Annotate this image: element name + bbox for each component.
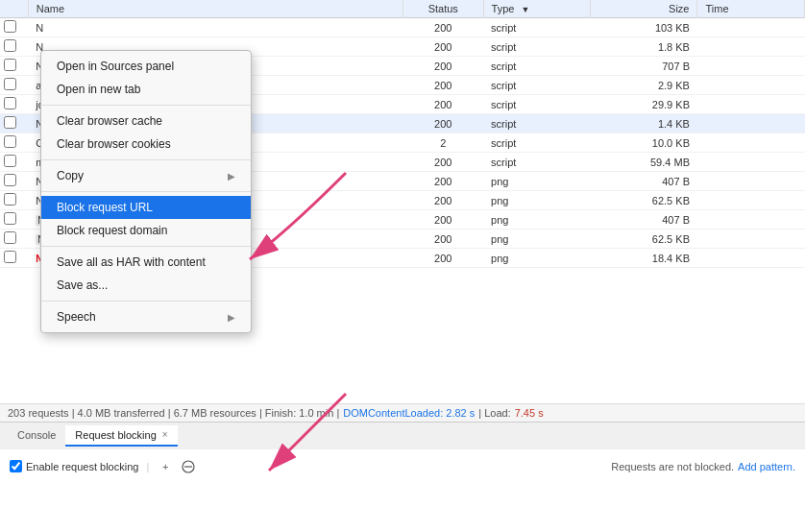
menu-item-label: Open in Sources panel xyxy=(57,60,174,73)
row-status: 200 xyxy=(402,191,483,210)
row-size: 62.5 KB xyxy=(591,230,697,249)
row-checkbox[interactable] xyxy=(4,59,16,71)
row-type: script xyxy=(483,18,590,37)
row-type: script xyxy=(483,76,590,95)
row-checkbox[interactable] xyxy=(4,97,16,109)
row-type: png xyxy=(483,249,590,268)
bottom-tabs: Console Request blocking × xyxy=(0,422,805,448)
row-status: 200 xyxy=(402,249,483,268)
enable-checkbox-input[interactable] xyxy=(10,460,22,472)
menu-item-label: Speech xyxy=(57,310,96,324)
row-time xyxy=(697,57,805,76)
row-size: 1.4 KB xyxy=(591,114,697,133)
table-row[interactable]: N200script103 KB xyxy=(0,18,805,37)
row-status: 200 xyxy=(402,210,483,230)
row-checkbox[interactable] xyxy=(4,251,16,263)
tab-request-blocking[interactable]: Request blocking × xyxy=(65,425,177,447)
row-name-text: N xyxy=(36,22,43,34)
menu-item-label: Block request domain xyxy=(57,224,167,237)
menu-item-save-har[interactable]: Save all as HAR with content xyxy=(41,251,251,274)
menu-item-copy[interactable]: Copy▶ xyxy=(41,164,251,187)
menu-divider xyxy=(41,191,251,192)
menu-item-label: Save all as HAR with content xyxy=(57,255,206,269)
row-checkbox[interactable] xyxy=(4,212,16,225)
tab-console[interactable]: Console xyxy=(8,425,65,447)
add-pattern-button[interactable]: + xyxy=(157,458,174,475)
row-checkbox[interactable] xyxy=(4,155,16,167)
row-checkbox-cell xyxy=(0,114,28,133)
menu-item-clear-cache[interactable]: Clear browser cache xyxy=(41,109,251,133)
row-status: 200 xyxy=(402,95,483,114)
row-status: 200 xyxy=(402,230,483,249)
row-time xyxy=(697,95,805,114)
row-time xyxy=(697,210,805,230)
menu-divider xyxy=(41,105,251,106)
row-checkbox-cell xyxy=(0,210,28,230)
status-bar: 203 requests | 4.0 MB transferred | 6.7 … xyxy=(0,403,805,422)
submenu-arrow-icon: ▶ xyxy=(228,171,235,181)
row-checkbox[interactable] xyxy=(4,193,16,206)
row-checkbox[interactable] xyxy=(4,231,16,244)
row-checkbox-cell xyxy=(0,57,28,76)
status-text: 203 requests | 4.0 MB transferred | 6.7 … xyxy=(8,407,339,419)
network-panel: Name Status Type ▼ Size Time N200script1… xyxy=(0,0,805,403)
request-blocking-right: Requests are not blocked. Add pattern. xyxy=(611,461,795,472)
row-checkbox[interactable] xyxy=(4,20,16,33)
enable-request-blocking-checkbox[interactable]: Enable request blocking xyxy=(10,460,138,472)
row-checkbox[interactable] xyxy=(4,174,16,186)
row-time xyxy=(697,230,805,249)
row-size: 29.9 KB xyxy=(591,95,697,114)
row-size: 407 B xyxy=(591,210,697,230)
menu-divider xyxy=(41,301,251,302)
row-type: png xyxy=(483,191,590,210)
row-time xyxy=(697,133,805,153)
row-checkbox-cell xyxy=(0,230,28,249)
menu-item-open-sources[interactable]: Open in Sources panel xyxy=(41,55,251,78)
request-blocking-left: Enable request blocking | + xyxy=(10,458,197,475)
context-menu: Open in Sources panelOpen in new tabClea… xyxy=(40,50,252,333)
row-checkbox[interactable] xyxy=(4,135,16,148)
row-name-cell: N xyxy=(28,18,402,37)
menu-item-clear-cookies[interactable]: Clear browser cookies xyxy=(41,133,251,156)
row-size: 103 KB xyxy=(591,18,697,37)
row-time xyxy=(697,153,805,172)
row-checkbox[interactable] xyxy=(4,39,16,52)
row-time xyxy=(697,249,805,268)
menu-item-block-url[interactable]: Block request URL xyxy=(41,196,251,219)
row-time xyxy=(697,172,805,191)
add-pattern-link[interactable]: Add pattern. xyxy=(738,461,795,472)
row-size: 10.0 KB xyxy=(591,133,697,153)
tab-close-button[interactable]: × xyxy=(162,429,168,440)
row-type: png xyxy=(483,172,590,191)
clear-patterns-button[interactable] xyxy=(180,458,197,475)
row-checkbox-cell xyxy=(0,249,28,268)
row-checkbox-cell xyxy=(0,191,28,210)
col-header-checkbox xyxy=(0,0,28,18)
row-size: 2.9 KB xyxy=(591,76,697,95)
col-header-time: Time xyxy=(697,0,805,18)
row-type: script xyxy=(483,114,590,133)
row-status: 200 xyxy=(402,37,483,57)
menu-item-label: Clear browser cookies xyxy=(57,137,171,151)
col-header-size: Size xyxy=(591,0,697,18)
dom-content-loaded-link[interactable]: DOMContentLoaded: 2.82 s xyxy=(343,407,475,419)
menu-item-block-domain[interactable]: Block request domain xyxy=(41,219,251,242)
row-checkbox[interactable] xyxy=(4,116,16,129)
row-checkbox-cell xyxy=(0,133,28,153)
col-header-type[interactable]: Type ▼ xyxy=(483,0,590,18)
menu-item-open-new-tab[interactable]: Open in new tab xyxy=(41,78,251,101)
row-status: 200 xyxy=(402,18,483,37)
sort-arrow-icon: ▼ xyxy=(521,5,529,14)
row-status: 200 xyxy=(402,153,483,172)
load-time: 7.45 s xyxy=(515,407,544,419)
menu-item-save-as[interactable]: Save as... xyxy=(41,274,251,297)
submenu-arrow-icon: ▶ xyxy=(228,312,235,323)
col-header-status: Status xyxy=(402,0,483,18)
row-time xyxy=(697,114,805,133)
menu-item-speech[interactable]: Speech▶ xyxy=(41,305,251,328)
row-size: 1.8 KB xyxy=(591,37,697,57)
row-type: script xyxy=(483,57,590,76)
row-type: script xyxy=(483,37,590,57)
row-checkbox[interactable] xyxy=(4,78,16,90)
row-size: 18.4 KB xyxy=(591,249,697,268)
